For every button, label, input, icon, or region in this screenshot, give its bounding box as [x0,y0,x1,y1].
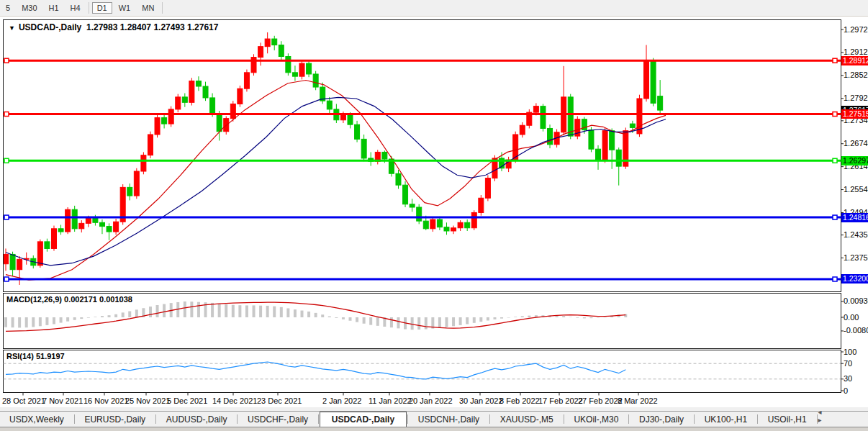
tab-usdchf-daily[interactable]: USDCHF-,Daily [238,412,317,427]
tab-xauusd-m5[interactable]: XAUUSD-,M5 [491,412,563,427]
candle [410,204,415,207]
date-axis-label: 28 Oct 2021 [2,396,45,405]
tab-usdcnh-daily[interactable]: USDCNH-,Daily [409,412,489,427]
date-axis-label: 25 Nov 2021 [125,396,170,405]
date-axis-label: 23 Dec 2021 [257,396,302,405]
candle [396,173,401,185]
candle [203,86,208,98]
candle [272,39,277,45]
line-handle[interactable] [4,112,9,117]
tab-separator [155,414,156,424]
candle [10,254,15,269]
tab-separator [564,414,564,424]
candle [286,56,291,72]
tab-separator [694,414,695,424]
candle [423,221,428,229]
date-axis-label: 30 Jan 2022 [459,396,503,405]
candle [548,128,553,144]
hline-price-label: 1.24816 [841,213,868,222]
candle [258,47,263,58]
tab-scroll-arrows[interactable]: ◂ ▸ [818,408,868,427]
candle [168,109,173,124]
date-axis-label: 5 Dec 2021 [167,396,207,405]
candle [485,178,490,199]
chart-symbol: USDCAD-,Daily [19,22,81,32]
candle [4,254,9,263]
line-handle[interactable] [833,58,837,63]
tab-audusd-daily[interactable]: AUDUSD-,Daily [157,412,237,427]
line-handle[interactable] [833,112,837,117]
hline-price-label: 1.28912 [841,56,868,65]
macd-axis-tick-label: 0.009303 [844,296,868,305]
candle [437,219,442,227]
tab-usoil-h1[interactable]: USOil-,H1 [759,412,816,427]
hline-price-label: 1.27515 [841,109,868,119]
candle [327,101,332,109]
date-axis-label: 20 Jan 2022 [409,396,453,405]
candle [79,223,84,228]
candle [51,229,56,249]
line-handle[interactable] [833,158,837,163]
candle [602,131,607,160]
rsi-axis-tick-label: 100 [844,348,856,356]
date-axis-label: 8 Feb 2022 [499,396,540,405]
price-axis-tick-label: 1.25540 [844,185,868,194]
tab-dj30-daily[interactable]: DJ30-,Daily [630,412,693,427]
tab-separator [817,414,818,424]
tab-separator [237,414,238,424]
candle [176,97,181,109]
candle [444,227,449,231]
candle [520,125,525,135]
price-axis-tick-label: 1.29725 [844,25,868,34]
window-bottom-edge [0,427,868,431]
price-axis-tick-label: 1.23755 [844,253,868,262]
tab-separator [318,414,319,424]
price-axis-tick-label: 1.27925 [844,94,868,102]
chart-canvas[interactable] [0,0,868,431]
candle [127,187,132,196]
tab-eurusd-daily[interactable]: EURUSD-,Daily [75,412,155,427]
tab-usdx-weekly[interactable]: USDX,Weekly [0,412,73,427]
candle [465,222,470,227]
candle [451,228,456,231]
tab-separator [74,414,75,424]
rsi-panel[interactable] [4,350,841,393]
candle [292,73,297,76]
tab-separator [489,414,490,424]
tab-usdcad-daily[interactable]: USDCAD-,Daily [320,412,407,428]
hline-price-label: 1.23200 [841,274,868,283]
date-axis-label: 14 Dec 2021 [212,396,257,405]
rsi-axis-tick-label: 30 [844,374,852,383]
chart-tab-bar: USDX,WeeklyEURUSD-,DailyAUDUSD-,DailyUSD… [0,411,868,427]
candle [479,198,484,212]
candle [348,114,353,124]
line-handle[interactable] [4,58,9,63]
candle [361,139,366,158]
line-handle[interactable] [833,277,837,281]
date-axis-label: 11 Jan 2022 [369,396,412,405]
hline-price-label: 1.26297 [841,156,868,165]
candle [279,45,284,57]
candle [658,96,663,110]
tab-uk100-h1[interactable]: UK100-,H1 [695,412,756,427]
date-axis-label: 27 Feb 2022 [578,396,623,405]
line-handle[interactable] [4,277,9,281]
candle [217,114,222,131]
collapse-triangle-icon[interactable]: ▼ [9,24,15,32]
candle [65,209,71,232]
line-handle[interactable] [4,215,9,219]
tab-separator [407,414,408,424]
candle [134,171,139,196]
candle [114,222,119,232]
line-handle[interactable] [833,215,837,219]
candle [616,150,621,166]
candle [141,155,146,171]
rsi-indicator-label: RSI(14) 51.9197 [6,352,65,360]
line-handle[interactable] [4,158,9,163]
candle [107,227,112,232]
rsi-axis-tick-label: 70 [844,359,852,368]
candle [265,39,270,47]
candle [196,81,201,86]
candle [403,185,408,204]
tab-ukoil-m30[interactable]: UKOil-,M30 [564,412,628,427]
